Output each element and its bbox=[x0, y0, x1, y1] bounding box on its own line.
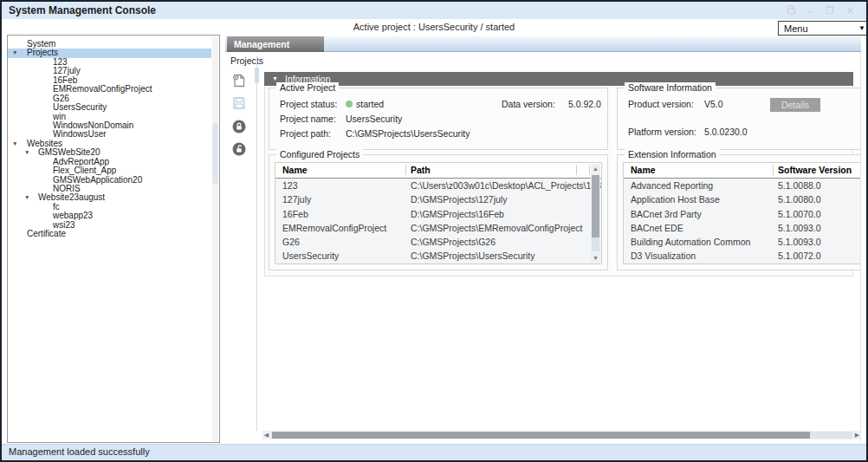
tree-item-label: Flex_Client_App bbox=[53, 166, 116, 175]
content-scrollbar-thumb[interactable] bbox=[255, 68, 259, 83]
new-project-icon[interactable] bbox=[231, 73, 247, 88]
tree-item-123[interactable]: 123 bbox=[8, 58, 211, 67]
table-scrollbar[interactable]: ▲ ▼ bbox=[591, 164, 600, 263]
extension-information-group-title: Extension Information bbox=[625, 149, 720, 159]
tree-item-projects[interactable]: ▼Projects bbox=[8, 49, 211, 57]
tree-item-fc[interactable]: fc bbox=[8, 203, 211, 211]
tree-item-webapp23[interactable]: webapp23 bbox=[8, 211, 211, 220]
software-information-group-title: Software Information bbox=[625, 82, 716, 93]
cell-value: C:\GMSProjects\UsersSecurity bbox=[411, 251, 535, 261]
expander-icon[interactable]: ▼ bbox=[12, 140, 17, 146]
table-row[interactable]: Advanced Reporting5.1.0088.0 bbox=[624, 179, 861, 193]
tree-item-certificate[interactable]: Certificate bbox=[8, 230, 211, 238]
table-row[interactable]: BACnet EDE5.1.0093.0 bbox=[624, 222, 861, 236]
configured-projects-group: Configured Projects Name Path 123C:\User… bbox=[269, 154, 608, 270]
table-row[interactable]: G26C:\GMSProjects\G26 bbox=[275, 236, 601, 250]
project-path-value: C:\GMSProjects\UsersSecurity bbox=[346, 128, 470, 139]
sidebar-panel: System▼Projects123127july16FebEMRemovalC… bbox=[7, 35, 220, 443]
cell-value: 5.1.0093.0 bbox=[778, 223, 821, 233]
tree-item-label: UsersSecurity bbox=[53, 103, 107, 112]
title-bar: System Management Console – ❐ ✕ bbox=[2, 2, 866, 19]
table-header: Name Software Version bbox=[624, 163, 861, 179]
chevron-down-icon: ▼ bbox=[858, 24, 865, 32]
table-row[interactable]: Application Host Base5.1.0080.0 bbox=[624, 193, 861, 207]
project-status-value: started bbox=[356, 99, 384, 109]
save-icon[interactable] bbox=[231, 95, 247, 111]
table-body: Advanced Reporting5.1.0088.0Application … bbox=[624, 179, 861, 264]
expander-icon[interactable]: ▼ bbox=[12, 49, 17, 55]
platform-version-value: 5.0.0230.0 bbox=[704, 127, 748, 137]
header-strip: Active project : UsersSecurity / started… bbox=[2, 19, 866, 36]
horizontal-scrollbar-thumb[interactable] bbox=[272, 432, 810, 439]
tab-management[interactable]: Management bbox=[227, 36, 324, 52]
table-row[interactable]: Building Automation Common5.1.0093.0 bbox=[624, 236, 861, 250]
extension-information-group: Extension Information Name Software Vers… bbox=[617, 154, 861, 270]
expander-icon[interactable]: ▼ bbox=[24, 149, 29, 155]
lock-icon[interactable] bbox=[231, 119, 247, 134]
active-project-banner: Active project : UsersSecurity / started bbox=[2, 22, 866, 32]
table-scrollbar-thumb[interactable] bbox=[592, 175, 599, 238]
tree-item-gmswebsite20[interactable]: ▼GMSWebSite20 bbox=[8, 148, 211, 157]
collapse-arrow-icon[interactable]: ▼ bbox=[272, 75, 278, 81]
product-version-label: Product version: bbox=[628, 99, 694, 109]
information-section-header[interactable]: ▼ Information bbox=[264, 72, 853, 86]
close-button[interactable]: ✕ bbox=[846, 4, 854, 16]
table-row[interactable]: EMRemovalConfigProjectC:\GMSProjects\EMR… bbox=[275, 222, 601, 236]
table-row[interactable]: 16FebD:\GMSProjects\16Feb bbox=[275, 208, 601, 222]
content-divider bbox=[256, 56, 257, 431]
cell-value: 5.1.0072.0 bbox=[778, 251, 821, 261]
tree-item-flex_client_app[interactable]: Flex_Client_App bbox=[8, 166, 211, 175]
scroll-right-icon[interactable]: ▶ bbox=[853, 431, 861, 439]
window-controls: – ❐ ✕ bbox=[787, 4, 854, 16]
cell-name: 123 bbox=[282, 180, 298, 191]
column-header-name[interactable]: Name bbox=[282, 165, 308, 175]
unlock-icon[interactable] bbox=[231, 141, 247, 157]
cell-value: D:\GMSProjects\127july bbox=[411, 194, 507, 205]
column-separator[interactable] bbox=[576, 165, 577, 175]
scroll-down-icon[interactable]: ▼ bbox=[591, 255, 600, 261]
project-status-label: Project status: bbox=[280, 99, 338, 109]
tree-item-windowsnondomain[interactable]: WindowsNonDomain bbox=[8, 121, 211, 130]
cell-name: Application Host Base bbox=[631, 194, 720, 205]
tree-item-label: Certificate bbox=[27, 230, 66, 238]
column-separator[interactable] bbox=[405, 165, 406, 175]
cell-value: C:\Users\z003w01c\Desktop\ACL_Projects\1… bbox=[411, 180, 601, 191]
restore-button[interactable]: ❐ bbox=[826, 4, 834, 16]
cell-value: C:\GMSProjects\EMRemovalConfigProject bbox=[411, 223, 582, 233]
tree-item-emremovalconfigproject[interactable]: EMRemovalConfigProject bbox=[8, 85, 211, 94]
table-row[interactable]: UsersSecurityC:\GMSProjects\UsersSecurit… bbox=[275, 250, 601, 264]
table-row[interactable]: 127julyD:\GMSProjects\127july bbox=[275, 193, 601, 207]
window-title: System Management Console bbox=[9, 2, 156, 19]
project-name-value: UsersSecurity bbox=[346, 114, 402, 124]
tree-item-userssecurity[interactable]: UsersSecurity bbox=[8, 103, 211, 112]
page-title: Projects bbox=[230, 55, 263, 66]
column-header-path[interactable]: Path bbox=[411, 165, 431, 175]
minimize-button[interactable]: – bbox=[808, 4, 813, 16]
active-project-group: Active Project Project status: started D… bbox=[269, 88, 608, 150]
tree-item-127july[interactable]: 127july bbox=[8, 67, 211, 75]
expander-icon[interactable]: ▼ bbox=[24, 194, 29, 200]
column-separator[interactable] bbox=[589, 165, 590, 175]
status-bar: Management loaded successfully bbox=[2, 444, 866, 460]
tree-item-website23august[interactable]: ▼Website23august bbox=[8, 193, 211, 202]
table-row[interactable]: D3 Visualization5.1.0072.0 bbox=[624, 250, 861, 264]
menu-dropdown[interactable]: Menu ▼ bbox=[778, 21, 868, 36]
menu-label: Menu bbox=[784, 23, 808, 34]
software-information-group: Software Information Product version: V5… bbox=[617, 88, 861, 150]
tree-item-gmswebapplication20[interactable]: GMSWebApplication20 bbox=[8, 176, 211, 185]
cell-value: C:\GMSProjects\G26 bbox=[411, 237, 496, 247]
table-body: 123C:\Users\z003w01c\Desktop\ACL_Project… bbox=[275, 179, 601, 264]
tree-item-g26[interactable]: G26 bbox=[8, 94, 211, 103]
details-button[interactable]: Details bbox=[770, 98, 820, 112]
table-row[interactable]: BACnet 3rd Party5.1.0070.0 bbox=[624, 208, 861, 222]
scroll-up-icon[interactable]: ▲ bbox=[591, 166, 600, 172]
column-header-name[interactable]: Name bbox=[631, 165, 656, 175]
cell-name: D3 Visualization bbox=[631, 251, 696, 261]
column-separator[interactable] bbox=[773, 165, 774, 175]
horizontal-scrollbar[interactable]: ◀ ▶ bbox=[262, 431, 861, 439]
scroll-left-icon[interactable]: ◀ bbox=[262, 431, 270, 439]
table-row[interactable]: 123C:\Users\z003w01c\Desktop\ACL_Project… bbox=[275, 179, 601, 193]
sidebar-scrollbar[interactable] bbox=[212, 36, 218, 441]
sidebar-scrollbar-thumb[interactable] bbox=[212, 123, 218, 184]
column-header-software-version[interactable]: Software Version bbox=[778, 165, 852, 175]
